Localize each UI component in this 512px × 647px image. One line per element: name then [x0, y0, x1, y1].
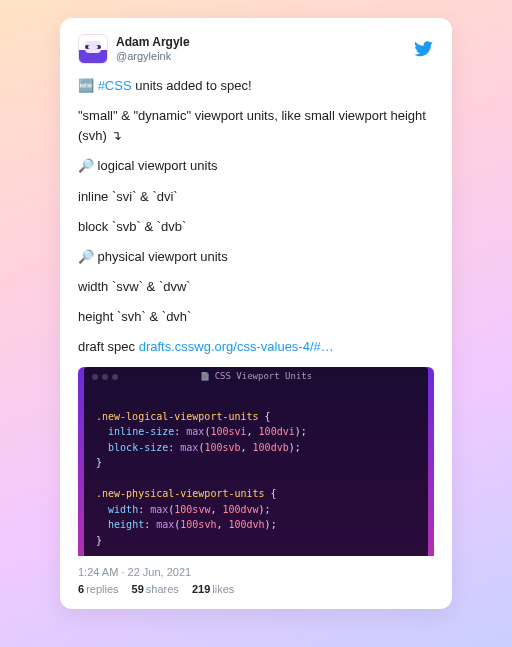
- code-token: max: [156, 519, 174, 530]
- code-token: max: [180, 442, 198, 453]
- tweet-meta: 1:24 AM · 22 Jun, 2021: [78, 566, 434, 578]
- count: 59: [132, 583, 144, 595]
- tweet-stats: 6replies 59shares 219likes: [78, 583, 434, 595]
- code-image: CSS Viewport Units .new-logical-viewport…: [78, 367, 434, 556]
- sep: ·: [118, 566, 127, 578]
- count: 6: [78, 583, 84, 595]
- likes-stat[interactable]: 219likes: [192, 583, 234, 595]
- count: 219: [192, 583, 210, 595]
- code-token: 100dvw: [222, 504, 258, 515]
- tweet-time: 1:24 AM: [78, 566, 118, 578]
- replies-stat[interactable]: 6replies: [78, 583, 119, 595]
- tweet-header: Adam Argyle @argyleink: [78, 34, 434, 64]
- handle: @argyleink: [116, 50, 190, 62]
- label: replies: [86, 583, 118, 595]
- tweet-line-6: 🔎 physical viewport units: [78, 247, 434, 267]
- code-token: 100svi: [210, 426, 246, 437]
- code-window: CSS Viewport Units .new-logical-viewport…: [84, 367, 428, 556]
- code-body: .new-logical-viewport-units { inline-siz…: [84, 387, 428, 550]
- tweet-line-8: height `svh` & `dvh`: [78, 307, 434, 327]
- identity[interactable]: Adam Argyle @argyleink: [116, 36, 190, 61]
- hashtag-css[interactable]: #CSS: [98, 78, 132, 93]
- code-token: 100dvi: [259, 426, 295, 437]
- code-token: 100svb: [204, 442, 240, 453]
- code-token: max: [186, 426, 204, 437]
- tweet-line-7: width `svw` & `dvw`: [78, 277, 434, 297]
- label: likes: [212, 583, 234, 595]
- avatar[interactable]: [78, 34, 108, 64]
- tweet-card: Adam Argyle @argyleink 🆕 #CSS units adde…: [60, 18, 452, 609]
- spec-link[interactable]: drafts.csswg.org/css-values-4/#…: [139, 339, 334, 354]
- text: draft spec: [78, 339, 139, 354]
- code-token: 100dvb: [253, 442, 289, 453]
- tweet-line-5: block `svb` & `dvb`: [78, 217, 434, 237]
- label: shares: [146, 583, 179, 595]
- code-token: width: [108, 504, 138, 515]
- new-emoji: 🆕: [78, 78, 98, 93]
- code-token: block-size: [108, 442, 168, 453]
- code-token: .new-logical-viewport-units: [96, 411, 259, 422]
- code-token: height: [108, 519, 144, 530]
- tweet-date: 22 Jun, 2021: [128, 566, 192, 578]
- code-token: 100dvh: [228, 519, 264, 530]
- tweet-body: 🆕 #CSS units added to spec! "small" & "d…: [78, 76, 434, 357]
- display-name: Adam Argyle: [116, 36, 190, 49]
- code-token: 100svw: [174, 504, 210, 515]
- shares-stat[interactable]: 59shares: [132, 583, 179, 595]
- code-token: max: [150, 504, 168, 515]
- tweet-line-4: inline `svi` & `dvi`: [78, 187, 434, 207]
- tweet-link-line: draft spec drafts.csswg.org/css-values-4…: [78, 337, 434, 357]
- text: units added to spec!: [132, 78, 252, 93]
- tweet-line-2: "small" & "dynamic" viewport units, like…: [78, 106, 434, 146]
- twitter-logo-icon[interactable]: [414, 39, 434, 59]
- code-title: CSS Viewport Units: [84, 370, 428, 384]
- code-token: 100svh: [180, 519, 216, 530]
- code-token: inline-size: [108, 426, 174, 437]
- code-titlebar: CSS Viewport Units: [84, 367, 428, 387]
- code-token: .new-physical-viewport-units: [96, 488, 265, 499]
- tweet-line-1: 🆕 #CSS units added to spec!: [78, 76, 434, 96]
- tweet-line-3: 🔎 logical viewport units: [78, 156, 434, 176]
